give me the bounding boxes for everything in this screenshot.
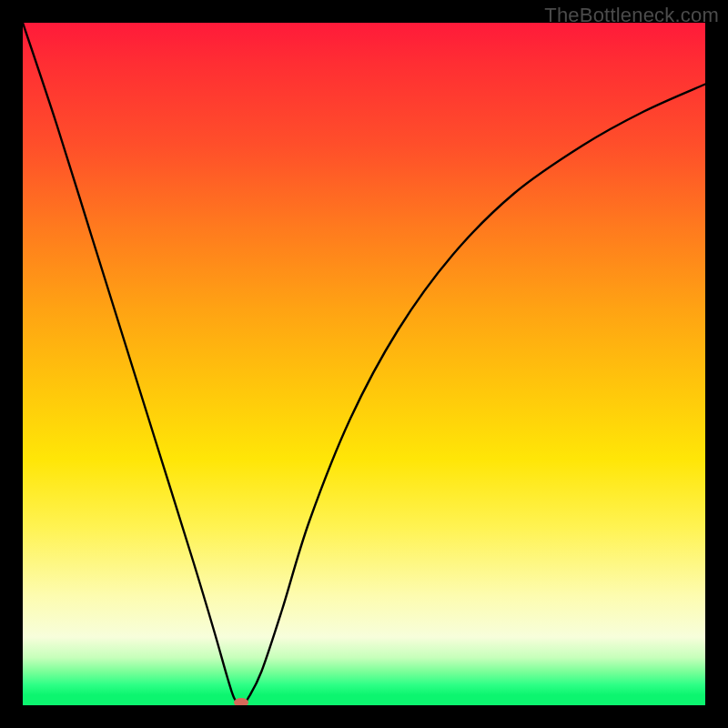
bottleneck-curve bbox=[23, 23, 705, 705]
minimum-marker bbox=[234, 698, 248, 705]
plot-area bbox=[23, 23, 705, 705]
curve-layer bbox=[23, 23, 705, 705]
chart-frame: TheBottleneck.com bbox=[0, 0, 728, 728]
watermark-text: TheBottleneck.com bbox=[544, 4, 719, 27]
